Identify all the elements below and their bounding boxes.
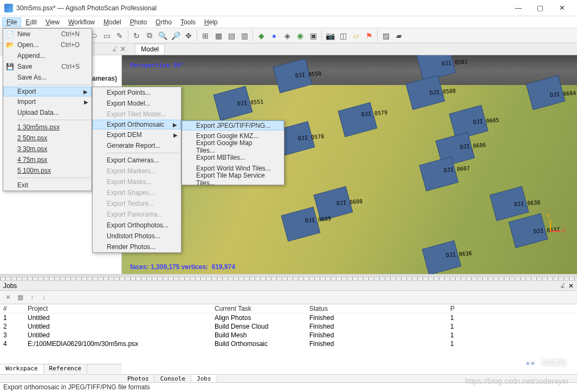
menu-import[interactable]: Import▶ bbox=[3, 96, 92, 107]
mesh-icon[interactable]: ◈ bbox=[281, 30, 293, 42]
menu-model[interactable]: Model bbox=[99, 17, 126, 27]
box2-icon[interactable]: ▤ bbox=[225, 30, 237, 42]
flag-icon[interactable]: ⚑ bbox=[363, 30, 375, 42]
camera-icon[interactable]: 📷 bbox=[324, 30, 336, 42]
menu-ortho[interactable]: Ortho bbox=[151, 17, 176, 27]
undistort-photos[interactable]: Undistort Photos... bbox=[93, 231, 181, 241]
orthomosaic-submenu: Export JPEG/TIFF/PNG... Export Google KM… bbox=[181, 120, 284, 185]
generate-report[interactable]: Generate Report... bbox=[93, 140, 181, 151]
delete-icon[interactable]: ✕ bbox=[3, 292, 13, 302]
marker-icon[interactable]: ◆ bbox=[255, 30, 267, 42]
jobs-title: Jobs bbox=[3, 282, 17, 290]
maximize-button[interactable]: ▢ bbox=[529, 1, 551, 16]
menu-view[interactable]: View bbox=[41, 17, 64, 27]
table-row[interactable]: 2UntitledBuild Dense CloudFinished1 bbox=[0, 322, 577, 331]
new-file-icon: 📄 bbox=[5, 30, 14, 38]
col-task[interactable]: Current Task bbox=[215, 305, 309, 312]
stop-icon[interactable]: ▦ bbox=[15, 292, 25, 302]
menu-edit[interactable]: Edit bbox=[21, 17, 41, 27]
menu-workflow[interactable]: Workflow bbox=[64, 17, 99, 27]
file-menu-dropdown: 📄NewCtrl+N 📂Open...Ctrl+O Append... 💾Sav… bbox=[3, 28, 92, 191]
export-google-map-tiles[interactable]: Export Google Map Tiles... bbox=[182, 141, 284, 152]
export-orthophotos[interactable]: Export Orthophotos... bbox=[93, 220, 181, 231]
overlay-icon[interactable]: ▱ bbox=[350, 30, 362, 42]
menu-saveas[interactable]: Save As... bbox=[3, 72, 92, 83]
window-title: 30m5ms.psx* — Agisoft PhotoScan Professi… bbox=[16, 4, 508, 12]
tab-workspace[interactable]: Workspace bbox=[0, 364, 44, 374]
save-disk-icon: 💾 bbox=[5, 62, 14, 71]
cube-icon[interactable]: ▣ bbox=[307, 30, 319, 42]
export-cameras[interactable]: Export Cameras... bbox=[93, 155, 181, 166]
table-row[interactable]: 3UntitledBuild MeshFinished1 bbox=[0, 331, 577, 339]
menu-open[interactable]: 📂Open...Ctrl+O bbox=[3, 40, 92, 50]
hatch-icon[interactable]: ▨ bbox=[380, 30, 392, 42]
faces-label: faces: 1,309,175 vertices: 619,974 bbox=[130, 263, 235, 271]
menu-save[interactable]: 💾SaveCtrl+S bbox=[3, 61, 92, 72]
rotate-icon[interactable]: ↻ bbox=[131, 30, 142, 42]
tab-reference[interactable]: Reference bbox=[44, 364, 88, 374]
export-points[interactable]: Export Points... bbox=[93, 87, 181, 98]
up-icon[interactable]: ↑ bbox=[27, 292, 37, 302]
rect-icon[interactable]: ▭ bbox=[101, 30, 113, 42]
menu-append[interactable]: Append... bbox=[3, 50, 92, 61]
export-mbtiles[interactable]: Export MBTiles... bbox=[182, 152, 284, 163]
tab-model[interactable]: Model bbox=[135, 44, 165, 54]
export-dem[interactable]: Export DEM▶ bbox=[93, 129, 181, 140]
url-watermark: https://blog.csdn.net/soderayer bbox=[465, 377, 569, 386]
chevron-right-icon: ▶ bbox=[84, 99, 88, 105]
close-button[interactable]: ✕ bbox=[551, 1, 573, 16]
recent-file[interactable]: 3 30m.psx bbox=[3, 143, 92, 154]
export-markers: Export Markers... bbox=[93, 166, 181, 177]
export-tms-tiles[interactable]: Export Tile Map Service Tiles... bbox=[182, 174, 284, 185]
menu-new[interactable]: 📄NewCtrl+N bbox=[3, 29, 92, 40]
col-p[interactable]: P bbox=[450, 305, 461, 312]
pen-icon[interactable]: ✎ bbox=[114, 30, 126, 42]
table-row[interactable]: 4E:/100MEDIA0629/100m/30m5ms.psxBuild Or… bbox=[0, 339, 577, 348]
shape-icon[interactable]: ◫ bbox=[337, 30, 349, 42]
close-icon[interactable]: ✕ bbox=[568, 282, 574, 290]
export-model[interactable]: Export Model... bbox=[93, 98, 181, 109]
export-panorama: Export Panorama... bbox=[93, 209, 181, 220]
recent-file[interactable]: 5 100m.psx bbox=[3, 165, 92, 176]
panel-pin-icon[interactable]: ⫝̸ ✕ bbox=[108, 45, 129, 53]
zoomout-icon[interactable]: 🔎 bbox=[170, 30, 181, 42]
fit-icon[interactable]: ✥ bbox=[183, 30, 195, 42]
axis-gizmo: YX bbox=[539, 220, 561, 241]
texture-icon[interactable]: ◉ bbox=[294, 30, 306, 42]
menu-photo[interactable]: Photo bbox=[126, 17, 151, 27]
camera-rect bbox=[420, 157, 458, 191]
menu-export[interactable]: Export▶ bbox=[3, 87, 92, 96]
menu-bar: File Edit View Workflow Model Photo Orth… bbox=[0, 16, 577, 28]
menu-file[interactable]: File bbox=[2, 17, 21, 27]
chevron-right-icon: ▶ bbox=[83, 89, 88, 95]
title-bar: 30m5ms.psx* — Agisoft PhotoScan Professi… bbox=[0, 0, 577, 16]
col-status[interactable]: Status bbox=[309, 305, 450, 312]
perspective-label: Perspective 30° bbox=[130, 62, 184, 69]
box-icon[interactable]: ▦ bbox=[212, 30, 224, 42]
chevron-right-icon: ▶ bbox=[173, 132, 178, 138]
menu-help[interactable]: Help bbox=[200, 17, 222, 27]
box3-icon[interactable]: ▥ bbox=[238, 30, 250, 42]
minimize-button[interactable]: — bbox=[508, 1, 529, 16]
recent-file[interactable]: 4 75m.psx bbox=[3, 154, 92, 165]
col-number[interactable]: # bbox=[3, 305, 28, 312]
table-row[interactable]: 1UntitledAlign PhotosFinished1 bbox=[0, 313, 577, 322]
watermark: ● ● GIS前沿 bbox=[522, 355, 566, 370]
recent-file[interactable]: 2 50m.psx bbox=[3, 133, 92, 143]
zoomin-icon[interactable]: 🔍 bbox=[157, 30, 168, 42]
sphere-icon[interactable]: ● bbox=[268, 30, 280, 42]
menu-upload[interactable]: Upload Data... bbox=[3, 107, 92, 118]
solid-icon[interactable]: ▰ bbox=[393, 30, 405, 42]
export-jpeg-tiff-png[interactable]: Export JPEG/TIFF/PNG... bbox=[182, 121, 284, 130]
menu-exit[interactable]: Exit bbox=[3, 180, 92, 191]
grid-icon[interactable]: ⊞ bbox=[199, 30, 211, 42]
menu-tools[interactable]: Tools bbox=[176, 17, 200, 27]
render-photos[interactable]: Render Photos... bbox=[93, 241, 181, 252]
open-folder-icon: 📂 bbox=[5, 41, 14, 49]
recent-file[interactable]: 1 30m5ms.psx bbox=[3, 122, 92, 133]
crop-icon[interactable]: ⧉ bbox=[144, 30, 155, 42]
col-project[interactable]: Project bbox=[28, 305, 215, 312]
export-orthomosaic[interactable]: Export Orthomosaic▶ bbox=[93, 120, 181, 129]
pin-icon[interactable]: ⫝̸ bbox=[560, 282, 566, 290]
down-icon[interactable]: ↓ bbox=[39, 292, 49, 302]
